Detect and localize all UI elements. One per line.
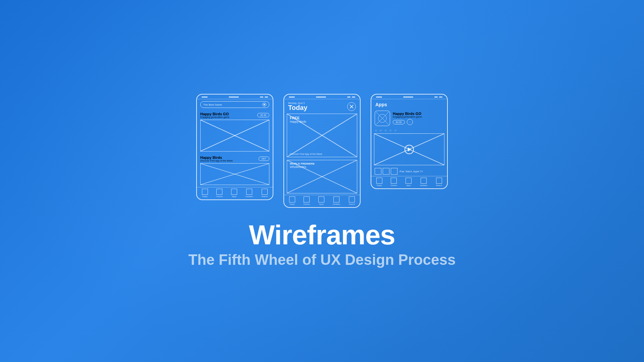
- nav-label-apps-1: Apps: [232, 195, 236, 197]
- svg-line-45: [421, 178, 426, 183]
- nav-icon-apps-1: [231, 189, 237, 195]
- star-rating: ☆ ☆ ☆ ☆ ☆: [371, 128, 447, 133]
- svg-line-27: [349, 197, 355, 202]
- svg-line-5: [202, 189, 208, 194]
- nav-icon-today-1: [202, 189, 208, 195]
- svg-line-22: [319, 197, 324, 202]
- search-bar[interactable]: The Best Game: [200, 101, 269, 108]
- price-btn-1[interactable]: $2.99: [257, 113, 269, 117]
- nav-icon-updates-3: [421, 178, 427, 184]
- p3-app-actions: $2.99 ···: [393, 119, 444, 125]
- status-dot-left: [202, 97, 208, 98]
- nav-today-2[interactable]: Today: [289, 196, 295, 205]
- app-info-1: Happy Birds GO Engaging geolocation game: [200, 112, 257, 118]
- status-dots-right: [260, 97, 268, 98]
- status-right-2: [347, 97, 355, 98]
- svg-line-23: [319, 197, 324, 202]
- title-section: Wireframes The Fifth Wheel of UX Design …: [188, 221, 455, 268]
- nav-label-today-3: Today: [376, 184, 382, 186]
- phone-apps: Apps Happy Birds GO Engaging geolocation…: [371, 94, 448, 189]
- card-title-1: Happy Birds: [290, 120, 306, 123]
- close-icon[interactable]: [347, 102, 356, 111]
- nav-icon-today-2: [289, 196, 295, 202]
- status-bar-1: [197, 95, 273, 99]
- p3-app-subtitle: Engaging geolocation game: [393, 116, 444, 118]
- status-bar-2: [284, 95, 360, 99]
- svg-line-48: [436, 178, 442, 183]
- nav-today-3[interactable]: Today: [376, 178, 382, 186]
- svg-line-44: [406, 178, 411, 183]
- device-icon-2: [383, 168, 389, 175]
- sub-title: The Fifth Wheel of UX Design Process: [188, 251, 455, 268]
- bottom-nav-2: Today Games Apps Updates Search: [284, 195, 360, 207]
- nav-icon-updates-1: [246, 189, 252, 195]
- search-clear-icon[interactable]: [262, 103, 266, 107]
- video-placeholder: [374, 133, 444, 165]
- svg-line-26: [349, 197, 355, 202]
- wireframes-section: The Best Game Happy Birds GO Engaging ge…: [188, 94, 455, 268]
- svg-line-34: [375, 168, 381, 174]
- nav-games-1[interactable]: Games: [216, 189, 223, 197]
- nav-apps-3[interactable]: Apps: [406, 178, 412, 186]
- nav-apps-1[interactable]: Apps: [231, 189, 237, 197]
- nav-label-games-3: Games: [391, 184, 397, 186]
- p3-app-card: Happy Birds GO Engaging geolocation game…: [371, 109, 447, 128]
- s4: [352, 97, 355, 98]
- nav-today-1[interactable]: Today: [202, 189, 208, 197]
- app-subtitle-1: Engaging geolocation game: [200, 116, 257, 118]
- p3-app-name: Happy Birds GO: [393, 112, 444, 116]
- svg-line-11: [247, 189, 252, 194]
- play-button[interactable]: [405, 145, 414, 154]
- price-btn-2[interactable]: GET: [259, 157, 269, 161]
- nav-updates-1[interactable]: Updates: [246, 189, 253, 197]
- nav-icon-games-2: [304, 196, 310, 202]
- svg-line-21: [304, 197, 309, 202]
- main-title: Wireframes: [188, 221, 455, 249]
- bottom-nav-1: Today Games Apps: [197, 187, 273, 199]
- featured-card-2: WORLD PREMIERE WholeNotes: [287, 160, 357, 193]
- nav-label-updates-1: Updates: [246, 195, 253, 197]
- nav-icon-search-1: [262, 189, 268, 195]
- nav-games-2[interactable]: Games: [304, 196, 310, 205]
- svg-line-33: [375, 168, 381, 174]
- status-bar-3: [371, 95, 447, 99]
- phone-search: The Best Game Happy Birds GO Engaging ge…: [196, 94, 273, 200]
- svg-line-41: [391, 178, 396, 183]
- nav-icon-apps-3: [406, 178, 412, 184]
- nav-label-apps-2: Apps: [319, 203, 324, 205]
- p3-app-info: Happy Birds GO Engaging geolocation game…: [393, 112, 444, 125]
- card-tag-text-1: FREE: [290, 116, 306, 120]
- nav-search-2[interactable]: Search: [348, 196, 355, 205]
- app-row-1: Happy Birds GO Engaging geolocation game…: [197, 110, 273, 120]
- status-dot-left-2: [289, 97, 295, 98]
- s1: [260, 97, 263, 98]
- app-subtitle-2: Discover Free App of the Week: [200, 160, 259, 162]
- today-header-left: Monday, June 5 Today: [288, 102, 307, 111]
- status-center-bar: [229, 97, 239, 98]
- more-options-btn[interactable]: ···: [407, 119, 413, 125]
- p3-price-btn[interactable]: $2.99: [393, 120, 405, 124]
- nav-apps-2[interactable]: Apps: [318, 196, 324, 205]
- svg-line-25: [334, 197, 339, 202]
- device-icon-3: [391, 168, 397, 175]
- nav-icon-updates-2: [333, 196, 339, 202]
- svg-line-7: [217, 189, 222, 194]
- card-title-2: WholeNotes: [290, 165, 315, 169]
- device-icon-1: [375, 168, 381, 175]
- today-header: Monday, June 5 Today: [284, 99, 360, 112]
- device-icons-row: iPad, Watch, Apple TV: [371, 167, 447, 176]
- nav-updates-2[interactable]: Updates: [333, 196, 340, 205]
- today-title: Today: [288, 104, 307, 111]
- svg-line-39: [377, 178, 382, 183]
- nav-games-3[interactable]: Games: [391, 178, 397, 186]
- card-tag-text-2: WORLD PREMIERE: [290, 162, 315, 165]
- nav-label-search-2: Search: [348, 203, 355, 205]
- nav-search-1[interactable]: Search: [261, 189, 268, 197]
- nav-updates-3[interactable]: Updates: [420, 178, 427, 186]
- app-image-1: [200, 120, 269, 152]
- svg-line-42: [391, 178, 396, 183]
- svg-line-38: [391, 168, 397, 174]
- nav-label-search-1: Search: [261, 195, 268, 197]
- svg-line-13: [262, 189, 267, 194]
- nav-search-3[interactable]: Search: [436, 178, 442, 186]
